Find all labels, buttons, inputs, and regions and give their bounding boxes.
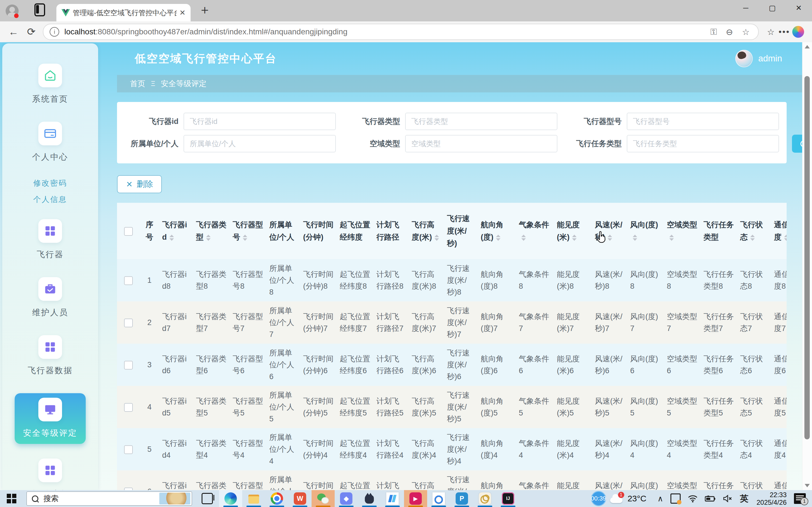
sort-caret-icon[interactable] (206, 235, 211, 241)
column-header-风速(米/秒)[interactable]: 风速(米/秒) (592, 203, 627, 259)
avatar[interactable] (735, 50, 753, 67)
copilot-icon[interactable] (792, 26, 804, 38)
sort-descending-icon[interactable] (435, 238, 439, 241)
sort-descending-icon[interactable] (784, 238, 786, 241)
sort-ascending-icon[interactable] (633, 235, 637, 237)
column-header-飞行高度(米)[interactable]: 飞行高度(米) (409, 203, 444, 259)
sidebar-item-profile[interactable]: 个人中心 (32, 122, 68, 163)
temperature[interactable]: 23°C (627, 494, 647, 503)
taskbar-app-chrome[interactable] (265, 490, 289, 507)
filter-input-飞行器类型[interactable] (405, 113, 557, 130)
sort-descending-icon[interactable] (521, 238, 526, 241)
sort-ascending-icon[interactable] (572, 235, 576, 237)
row-checkbox[interactable] (124, 276, 133, 285)
timer-widget[interactable]: 00:39 (591, 491, 606, 506)
volume-muted-icon[interactable] (723, 495, 732, 503)
browser-menu-icon[interactable]: ••• (778, 27, 790, 37)
sort-descending-icon[interactable] (206, 238, 211, 241)
sort-ascending-icon[interactable] (435, 235, 439, 237)
task-view-icon[interactable] (202, 493, 213, 504)
window-maximize-button[interactable]: ▢ (759, 0, 785, 16)
taskbar-app-file-explorer[interactable] (242, 490, 265, 507)
weather-cloud-icon[interactable]: 1 (609, 493, 624, 504)
sort-ascending-icon[interactable] (206, 235, 211, 237)
taskbar-app-tencent-docs[interactable] (381, 490, 404, 507)
sort-descending-icon[interactable] (243, 238, 247, 241)
row-checkbox[interactable] (124, 403, 133, 412)
taskbar-app-app-p[interactable]: P (450, 490, 473, 507)
browser-vertical-scrollbar[interactable] (802, 42, 812, 490)
sort-caret-icon[interactable] (572, 235, 576, 241)
taskbar-app-intellij-idea[interactable]: IJ (497, 490, 520, 507)
todo-window-icon[interactable] (670, 494, 680, 504)
vertical-scroll-thumb[interactable] (804, 76, 810, 439)
column-header-飞行器型号[interactable]: 飞行器型号 (230, 203, 266, 259)
search-daily-image[interactable] (159, 493, 190, 504)
sort-ascending-icon[interactable] (750, 235, 755, 237)
sort-caret-icon[interactable] (521, 235, 526, 241)
column-header-航向角(度)[interactable]: 航向角(度) (478, 203, 516, 259)
refresh-icon[interactable]: ⟳ (27, 26, 36, 38)
taskbar-app-app-diamond[interactable]: ◆ (335, 490, 358, 507)
delete-button[interactable]: ✕ 删除 (117, 175, 162, 193)
sort-caret-icon[interactable] (435, 235, 439, 241)
sort-caret-icon[interactable] (496, 235, 500, 241)
sort-descending-icon[interactable] (633, 238, 637, 241)
sort-descending-icon[interactable] (608, 238, 612, 241)
sort-caret-icon[interactable] (669, 235, 674, 241)
sort-ascending-icon[interactable] (169, 235, 174, 237)
column-header-飞行器id[interactable]: 飞行器id (159, 203, 193, 259)
sidebar-item-home[interactable]: 系统首页 (32, 64, 68, 105)
url-text[interactable]: localhost:8080/springboothoy487er/admin/… (64, 27, 706, 36)
sort-descending-icon[interactable] (750, 238, 755, 241)
column-header-飞行状态[interactable]: 飞行状态 (737, 203, 771, 259)
window-minimize-button[interactable]: ─ (732, 0, 759, 16)
action-center-icon[interactable]: 1 (794, 493, 806, 504)
browser-tab[interactable]: 管理端-低空空域飞行管控中心平台 ✕ (56, 4, 191, 21)
filter-input-所属单位/个人[interactable] (184, 135, 336, 152)
column-header-风向(度)[interactable]: 风向(度) (627, 203, 664, 259)
filter-input-飞行器id[interactable] (184, 113, 336, 130)
favorite-star-icon[interactable]: ☆ (742, 27, 750, 37)
column-header-能见度(米)[interactable]: 能见度(米) (554, 203, 592, 259)
taskbar-app-app-cat[interactable] (358, 490, 381, 507)
sidebar-item-aircraft[interactable]: 飞行器 (37, 219, 64, 260)
taskbar-app-edge[interactable] (219, 490, 242, 507)
sort-descending-icon[interactable] (572, 238, 576, 241)
site-info-icon[interactable]: i (50, 27, 59, 37)
taskbar-app-wps[interactable]: W (289, 490, 312, 507)
sort-caret-icon[interactable] (169, 235, 174, 241)
tab-close-icon[interactable]: ✕ (179, 8, 186, 17)
new-tab-button[interactable]: ＋ (199, 1, 211, 18)
sidebar-item-aircraft-data[interactable]: 飞行器数据 (28, 335, 73, 376)
column-header-通信强度[interactable]: 通信强度 (771, 203, 786, 259)
row-checkbox[interactable] (124, 361, 133, 370)
sidebar-item-safety-rating[interactable]: 安全等级评定 (15, 393, 86, 444)
sort-descending-icon[interactable] (169, 238, 174, 241)
sort-ascending-icon[interactable] (784, 235, 786, 237)
sort-descending-icon[interactable] (496, 238, 500, 241)
taskbar-app-wechat[interactable] (312, 490, 335, 507)
breadcrumb-home[interactable]: 首页 (130, 78, 145, 89)
sort-caret-icon[interactable] (633, 235, 637, 241)
column-header-空域类型[interactable]: 空域类型 (664, 203, 701, 259)
row-checkbox[interactable] (124, 319, 133, 327)
taskbar-clock[interactable]: 22:33 2025/4/26 (756, 491, 786, 506)
tray-chevron-up-icon[interactable]: ∧ (658, 494, 663, 503)
select-all-checkbox[interactable] (124, 227, 133, 236)
column-header-飞行器类型[interactable]: 飞行器类型 (193, 203, 230, 259)
user-block[interactable]: admin (735, 50, 782, 67)
sort-ascending-icon[interactable] (669, 235, 674, 237)
scroll-up-icon[interactable] (805, 45, 810, 48)
filter-input-空域类型[interactable] (405, 135, 557, 152)
scroll-down-icon[interactable] (805, 484, 810, 487)
sort-caret-icon[interactable] (750, 235, 755, 241)
column-header-气象条件[interactable]: 气象条件 (516, 203, 554, 259)
sort-caret-icon[interactable] (608, 235, 612, 241)
ime-indicator[interactable]: 英 (740, 493, 748, 504)
window-close-button[interactable]: ✕ (785, 0, 812, 16)
taskbar-app-media-app[interactable]: ▶ (404, 490, 427, 507)
sort-ascending-icon[interactable] (608, 235, 612, 237)
sort-descending-icon[interactable] (669, 238, 674, 241)
taskbar-search-box[interactable]: 搜索 (27, 492, 192, 506)
